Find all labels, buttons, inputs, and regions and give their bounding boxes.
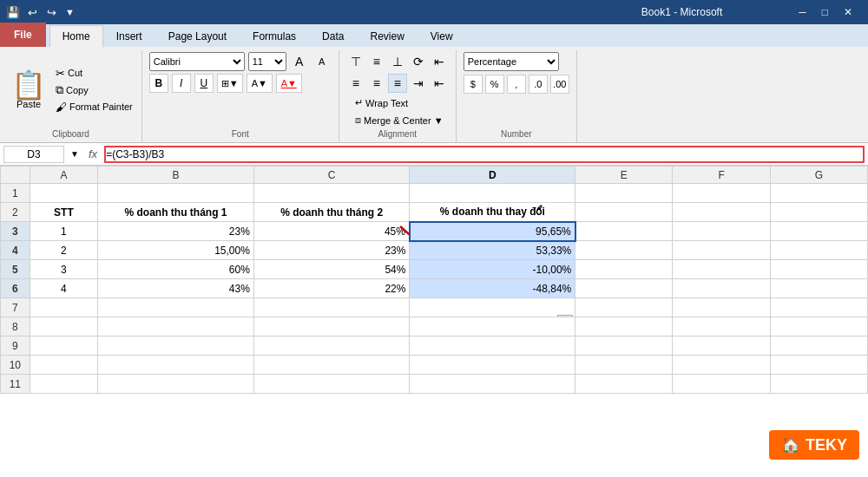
row-header-2[interactable]: 2 [1, 203, 30, 222]
cut-button[interactable]: ✂ Cut [54, 66, 135, 81]
cell-C10[interactable] [253, 356, 410, 375]
undo-button[interactable]: ↩ [23, 3, 41, 21]
cell-G2[interactable] [770, 203, 867, 222]
cell-B1[interactable] [98, 184, 254, 203]
cell-E4[interactable] [575, 241, 673, 260]
cell-D1[interactable] [410, 184, 575, 203]
cell-D6[interactable]: -48,84% [410, 279, 575, 298]
cell-E6[interactable] [575, 279, 673, 298]
text-orientation-button[interactable]: ⟳ [409, 52, 428, 71]
cell-B7[interactable] [98, 298, 254, 317]
cell-A2[interactable]: STT [30, 203, 98, 222]
cell-B2[interactable]: % doanh thu tháng 1 [98, 203, 254, 222]
cell-F5[interactable] [673, 260, 770, 279]
cell-D10[interactable] [410, 356, 575, 375]
col-header-A[interactable]: A [30, 167, 98, 184]
cell-B8[interactable] [98, 317, 254, 337]
cell-A9[interactable] [30, 337, 98, 356]
tab-data[interactable]: Data [309, 24, 357, 47]
cell-E2[interactable] [575, 203, 673, 222]
cell-C1[interactable] [253, 184, 410, 203]
tab-insert[interactable]: Insert [103, 24, 155, 47]
middle-align-button[interactable]: ≡ [367, 52, 386, 71]
row-header-7[interactable]: 7 [1, 298, 30, 317]
cell-G5[interactable] [770, 260, 867, 279]
quick-access-toolbar[interactable]: 💾 ↩ ↪ ▼ [4, 3, 75, 21]
cell-G11[interactable] [770, 375, 867, 394]
row-header-5[interactable]: 5 [1, 260, 30, 279]
accounting-button[interactable]: $ [464, 75, 483, 94]
cell-E9[interactable] [575, 337, 673, 356]
row-header-9[interactable]: 9 [1, 337, 30, 356]
cell-A1[interactable] [30, 184, 98, 203]
percent-button[interactable]: % [485, 75, 504, 94]
cell-C9[interactable] [253, 337, 410, 356]
cell-G7[interactable] [770, 298, 867, 317]
redo-button[interactable]: ↪ [43, 3, 60, 21]
cell-D11[interactable] [410, 375, 575, 394]
cell-G6[interactable] [770, 279, 867, 298]
copy-button[interactable]: ⧉ Copy [54, 82, 135, 98]
row-header-4[interactable]: 4 [1, 241, 30, 260]
col-header-G[interactable]: G [770, 167, 867, 184]
cell-F11[interactable] [673, 375, 770, 394]
cell-E10[interactable] [575, 356, 673, 375]
cell-C11[interactable] [253, 375, 410, 394]
underline-button[interactable]: U [194, 74, 214, 93]
row-header-11[interactable]: 11 [1, 375, 30, 394]
cell-A3[interactable]: 1 [30, 222, 98, 241]
cell-A4[interactable]: 2 [30, 241, 98, 260]
cell-E11[interactable] [575, 375, 673, 394]
row-header-10[interactable]: 10 [1, 356, 30, 375]
align-center-button[interactable]: ≡ [367, 74, 386, 93]
cell-B9[interactable] [98, 337, 254, 356]
cell-G3[interactable] [770, 222, 867, 241]
cell-C6[interactable]: 22% [253, 279, 410, 298]
cell-C3[interactable]: 45% [253, 222, 410, 241]
increase-font-button[interactable]: A [290, 52, 309, 71]
cell-E5[interactable] [575, 260, 673, 279]
indent-more-button[interactable]: ⇥ [409, 74, 428, 93]
col-header-F[interactable]: F [673, 167, 770, 184]
cell-F9[interactable] [673, 337, 770, 356]
tab-view[interactable]: View [418, 24, 466, 47]
cell-B10[interactable] [98, 356, 254, 375]
row-header-6[interactable]: 6 [1, 279, 30, 298]
cell-A7[interactable] [30, 298, 98, 317]
bottom-align-button[interactable]: ⊥ [388, 52, 407, 71]
row-header-1[interactable]: 1 [1, 184, 30, 203]
close-button[interactable]: ✕ [837, 4, 859, 20]
cell-D4[interactable]: 53,33% [410, 241, 575, 260]
cell-G1[interactable] [770, 184, 867, 203]
cell-D2[interactable]: % doanh thu thay đổi [410, 203, 575, 222]
col-header-E[interactable]: E [575, 167, 673, 184]
increase-decimal-button[interactable]: .0 [529, 75, 548, 94]
merge-center-button[interactable]: ⧈ Merge & Center ▼ [352, 113, 447, 127]
cell-B11[interactable] [98, 375, 254, 394]
comma-button[interactable]: , [507, 75, 526, 94]
col-header-D[interactable]: D [410, 167, 575, 184]
italic-button[interactable]: I [172, 74, 191, 93]
cell-C4[interactable]: 23% [253, 241, 410, 260]
save-button[interactable]: 💾 [4, 3, 22, 21]
qat-dropdown[interactable]: ▼ [65, 7, 75, 17]
cell-A5[interactable]: 3 [30, 260, 98, 279]
cell-D8[interactable] [410, 317, 575, 337]
cell-B5[interactable]: 60% [98, 260, 254, 279]
cell-E8[interactable] [575, 317, 673, 337]
cell-D3[interactable]: 95,65% [410, 222, 575, 241]
top-align-button[interactable]: ⊤ [346, 52, 365, 71]
cell-C7[interactable] [253, 298, 410, 317]
indent-decrease-button[interactable]: ⇤ [430, 52, 449, 71]
cell-F8[interactable] [673, 317, 770, 337]
cell-C5[interactable]: 54% [253, 260, 410, 279]
cell-F1[interactable] [673, 184, 770, 203]
borders-button[interactable]: ⊞▼ [217, 74, 243, 93]
window-controls[interactable]: ─ □ ✕ [792, 4, 859, 20]
cell-ref-dropdown[interactable]: ▼ [68, 149, 82, 159]
cell-F10[interactable] [673, 356, 770, 375]
cell-C8[interactable] [253, 317, 410, 337]
font-name-select[interactable]: Calibri [149, 52, 245, 71]
align-right-button[interactable]: ≡ [388, 74, 407, 93]
formula-input[interactable] [104, 146, 865, 163]
